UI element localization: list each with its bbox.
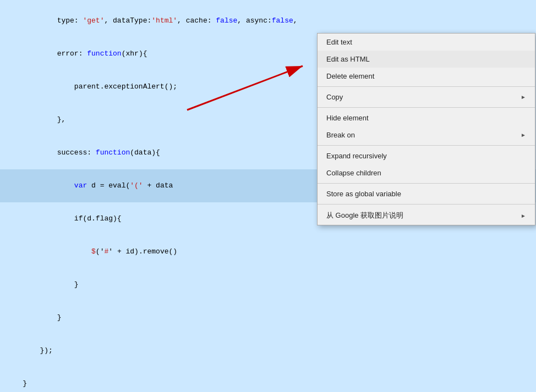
submenu-arrow-icon: ►	[521, 132, 526, 138]
code-text: });	[23, 346, 53, 355]
code-text: success:	[23, 148, 96, 157]
code-keyword: false	[272, 16, 293, 25]
code-dollar: $	[91, 247, 96, 256]
menu-item-label: Edit as HTML	[326, 55, 370, 63]
code-line-10: }	[0, 301, 536, 334]
menu-item-copy[interactable]: Copy ►	[318, 89, 535, 106]
code-text: }	[23, 280, 78, 289]
menu-item-label: Delete element	[326, 72, 374, 80]
menu-divider-1	[318, 86, 535, 87]
code-keyword: function	[87, 49, 121, 58]
code-text: ,	[293, 16, 298, 25]
menu-item-delete-element[interactable]: Delete element	[318, 68, 535, 85]
code-text: type:	[23, 16, 83, 25]
code-string: 'get'	[83, 16, 104, 25]
code-text: parent.exceptionAlert();	[23, 82, 177, 91]
context-menu: Edit text Edit as HTML Delete element Co…	[317, 33, 535, 225]
code-text: + data	[143, 181, 173, 190]
code-text: d = eval(	[87, 181, 130, 190]
code-text: , async:	[237, 16, 271, 25]
code-string: '('	[130, 181, 143, 190]
menu-item-label: Break on	[326, 131, 355, 139]
menu-divider-2	[318, 107, 535, 108]
code-text: error:	[23, 49, 87, 58]
menu-item-edit-text[interactable]: Edit text	[318, 34, 535, 51]
menu-divider-5	[318, 204, 535, 205]
menu-item-label: 从 Google 获取图片说明	[326, 211, 403, 220]
menu-item-label: Expand recursively	[326, 152, 387, 160]
menu-item-label: Store as global variable	[326, 190, 401, 198]
menu-item-label: Copy	[326, 93, 343, 101]
menu-item-break-on[interactable]: Break on ►	[318, 126, 535, 143]
code-keyword: var	[74, 181, 87, 190]
code-text: ('	[96, 247, 105, 256]
menu-divider-3	[318, 145, 535, 146]
menu-divider-4	[318, 183, 535, 184]
code-text	[23, 247, 91, 256]
menu-item-hide-element[interactable]: Hide element	[318, 109, 535, 126]
code-text: }	[23, 379, 27, 388]
code-keyword: function	[96, 148, 130, 157]
menu-item-collapse-children[interactable]: Collapse children	[318, 164, 535, 181]
code-line-11: });	[0, 334, 536, 367]
code-text: (data){	[130, 148, 160, 157]
code-line-9: }	[0, 268, 536, 301]
code-text: (xhr){	[122, 49, 147, 58]
code-line-1: type: 'get', dataType:'html', cache: fal…	[0, 4, 536, 37]
menu-item-label: Hide element	[326, 114, 369, 122]
menu-item-label: Edit text	[326, 38, 352, 46]
code-text: , dataType:	[104, 16, 151, 25]
code-text: , cache:	[177, 16, 216, 25]
code-text: if(d.flag){	[23, 214, 121, 223]
menu-item-google-image[interactable]: 从 Google 获取图片说明 ►	[318, 206, 535, 225]
submenu-arrow-icon: ►	[521, 94, 526, 100]
menu-item-expand-recursively[interactable]: Expand recursively	[318, 147, 535, 164]
code-text: ' + id).remove()	[108, 247, 177, 256]
code-line-8: $('#' + id).remove()	[0, 235, 536, 268]
menu-item-store-global[interactable]: Store as global variable	[318, 185, 535, 202]
code-text: },	[23, 115, 65, 124]
code-line-12: }	[0, 367, 536, 392]
code-keyword: false	[216, 16, 237, 25]
menu-item-label: Collapse children	[326, 169, 381, 177]
code-text	[23, 181, 74, 190]
code-string: 'html'	[151, 16, 177, 25]
submenu-arrow-icon: ►	[521, 213, 526, 219]
code-text: }	[23, 313, 61, 322]
menu-item-edit-as-html[interactable]: Edit as HTML	[318, 51, 535, 68]
